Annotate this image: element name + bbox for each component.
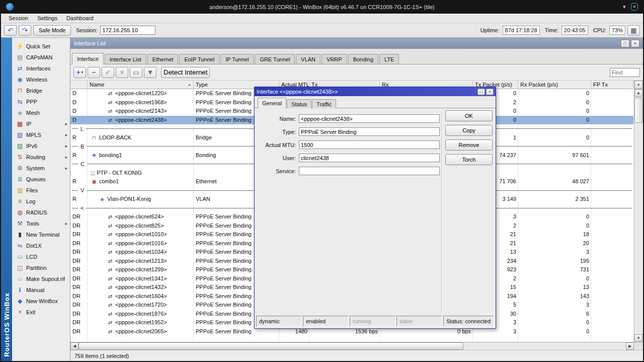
find-input[interactable] — [610, 68, 640, 77]
remove-button[interactable]: − — [88, 67, 100, 78]
detect-internet-button[interactable]: Detect Internet — [161, 67, 210, 78]
column-header-rxp[interactable]: Rx Packet (p/s) — [518, 81, 591, 89]
vscroll-track[interactable] — [634, 97, 643, 334]
interface-name: <pppoe-clicnet1952> — [115, 319, 167, 325]
radius-icon: ◍ — [16, 209, 24, 215]
field-input-type[interactable] — [299, 127, 440, 136]
sidebar-item-interfaces[interactable]: ⇄Interfaces — [12, 63, 70, 74]
tab-lte[interactable]: LTE — [379, 54, 399, 64]
hscroll-thumb[interactable] — [78, 342, 463, 350]
bridge-icon: ⊓ — [16, 88, 24, 94]
redo-button[interactable]: ↷ — [19, 25, 31, 36]
sidebar-item-radius[interactable]: ◍RADIUS — [12, 207, 70, 218]
tab-bonding[interactable]: Bonding — [348, 54, 378, 64]
cell-flags: DR — [70, 265, 88, 274]
filter-button[interactable]: ▼ — [144, 67, 156, 78]
new-terminal-icon: ▮ — [16, 232, 24, 238]
field-input-user[interactable] — [299, 154, 440, 162]
dialog-title: Interface <<pppoe-clicnet2438>> — [257, 89, 338, 95]
undo-button[interactable]: ↶ — [4, 25, 17, 36]
cell-flags: DR — [70, 212, 88, 222]
tab-interface-list[interactable]: Interface List — [105, 54, 146, 64]
sidebar-item-wireless[interactable]: ◉Wireless — [12, 74, 70, 85]
sidebar-item-quick-set[interactable]: ⚡Quick Set — [12, 41, 70, 52]
cell-name: ◈Vlan-PON1-Konig — [88, 195, 194, 204]
sidebar-item-exit[interactable]: ×Exit — [12, 307, 70, 318]
cell-fptx — [591, 133, 633, 142]
session-input[interactable] — [100, 26, 155, 35]
interface-name: LOOP-BACK — [99, 134, 131, 140]
field-input-actual-mtu[interactable] — [299, 140, 440, 149]
sidebar-item-manual[interactable]: ℹManual — [12, 284, 70, 296]
remove-button[interactable]: Remove — [445, 139, 493, 151]
cpu-label: CPU: — [590, 27, 607, 33]
column-header-fptx[interactable]: FP Tx — [591, 81, 633, 89]
separator-line — [72, 128, 78, 129]
menu-dashboard[interactable]: Dashboard — [62, 15, 98, 21]
torch-button[interactable]: Torch — [445, 154, 493, 165]
sidebar-item-lcd[interactable]: ▭LCD — [12, 251, 70, 262]
window-heading: Interface List — [74, 40, 106, 46]
menu-settings[interactable]: Settings — [33, 15, 62, 21]
tab-vrrp[interactable]: VRRP — [321, 54, 347, 64]
cell-flags: DR — [70, 301, 88, 310]
dialog-maximize-button[interactable]: □ — [477, 89, 485, 95]
hscroll-track[interactable] — [78, 342, 626, 350]
column-header-flags[interactable] — [70, 81, 88, 89]
column-header-name[interactable]: Name▲ — [88, 81, 194, 89]
scroll-up-icon[interactable]: ▲ — [634, 89, 642, 97]
sidebar-item-mesh[interactable]: ◈Mesh — [12, 107, 70, 118]
sidebar-item-bridge[interactable]: ⊓Bridge — [12, 85, 70, 96]
sidebar-item-system[interactable]: ⚙System▸ — [12, 163, 70, 174]
scroll-left-icon[interactable]: ◀ — [70, 342, 78, 350]
sidebar-item-mpls[interactable]: ▨MPLS▸ — [12, 129, 70, 140]
sidebar-item-dot1x[interactable]: ⇋Dot1X — [12, 240, 70, 251]
menu-session[interactable]: Session — [4, 15, 33, 21]
maximize-window-button[interactable]: □ — [621, 40, 629, 47]
close-window-button[interactable]: × — [631, 40, 639, 47]
sidebar-item-ppp[interactable]: ⇆PPP — [12, 96, 70, 107]
sidebar-item-ipv6[interactable]: ▧IPv6▸ — [12, 140, 70, 152]
sidebar-item-log[interactable]: ≡Log — [12, 196, 70, 207]
vscroll-thumb[interactable] — [634, 98, 643, 123]
field-label: User: — [259, 155, 299, 161]
tab-eoip-tunnel[interactable]: EoIP Tunnel — [179, 54, 219, 64]
sidebar-item-routing[interactable]: ⇅Routing▸ — [12, 152, 70, 163]
column-options-button[interactable]: ▾ — [634, 81, 642, 89]
scroll-down-icon[interactable]: ▼ — [634, 334, 642, 342]
sidebar-item-files[interactable]: ▥Files — [12, 185, 70, 196]
safe-mode-button[interactable]: Safe Mode — [33, 25, 71, 36]
tab-interface[interactable]: Interface — [72, 53, 104, 64]
field-input-name[interactable] — [299, 114, 440, 123]
dialog-tab-traffic[interactable]: Traffic — [312, 99, 336, 108]
sidebar-item-new-terminal[interactable]: ▮New Terminal — [12, 229, 70, 240]
sidebar-item-tools[interactable]: ⚒Tools▸ — [12, 218, 70, 229]
add-button[interactable]: +▾ — [73, 67, 86, 78]
group-label: < — [80, 205, 84, 211]
copy-button[interactable]: Copy — [445, 125, 493, 136]
sidebar-item-queues[interactable]: ≣Queues — [12, 174, 70, 185]
dialog-close-button[interactable]: × — [486, 89, 494, 95]
tab-gre-tunnel[interactable]: GRE Tunnel — [255, 54, 295, 64]
sidebar-item-capsman[interactable]: ▤CAPsMAN — [12, 52, 70, 63]
sidebar-item-new-winbox[interactable]: ◆New WinBox — [12, 296, 70, 307]
sidebar-item-ip[interactable]: ▦IP▸ — [12, 118, 70, 129]
close-icon[interactable]: × — [631, 3, 638, 11]
dialog-titlebar: Interface <<pppoe-clicnet2438>> □ × — [255, 87, 496, 96]
tab-ethernet[interactable]: Ethernet — [147, 54, 179, 64]
layout-button[interactable]: ▦ — [627, 25, 640, 36]
field-label: Name: — [259, 116, 299, 122]
sidebar-item-partition[interactable]: ◫Partition — [12, 262, 70, 273]
sidebar-item-make-supout-rif[interactable]: ▱Make Supout.rif — [12, 273, 70, 284]
tab-ip-tunnel[interactable]: IP Tunnel — [220, 54, 254, 64]
scroll-right-icon[interactable]: ▶ — [626, 342, 634, 350]
tab-vlan[interactable]: VLAN — [296, 54, 320, 64]
ok-button[interactable]: OK — [445, 110, 493, 121]
cell-fptx — [591, 195, 633, 204]
cell-fptx — [591, 257, 633, 266]
bridge-icon: ⊓ — [91, 133, 98, 142]
field-input-service[interactable] — [299, 167, 440, 175]
dialog-tab-general[interactable]: General — [258, 98, 286, 108]
chevron-down-icon[interactable]: ▾ — [623, 4, 626, 10]
dialog-tab-status[interactable]: Status — [287, 99, 311, 108]
